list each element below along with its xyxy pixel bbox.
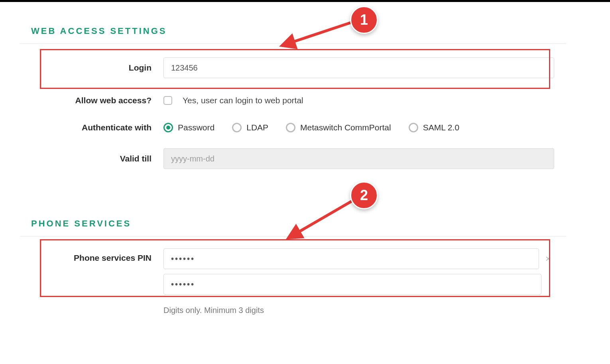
label-allow-web: Allow web access? — [20, 96, 163, 105]
settings-panel: WEB ACCESS SETTINGS Login Allow web acce… — [20, 2, 566, 315]
page-canvas: WEB ACCESS SETTINGS Login Allow web acce… — [0, 2, 610, 364]
label-valid-till: Valid till — [20, 154, 163, 163]
radio-label: SAML 2.0 — [423, 123, 459, 132]
radio-label: Metaswitch CommPortal — [300, 123, 391, 132]
section-title-web-access: WEB ACCESS SETTINGS — [20, 26, 566, 36]
row-allow-web-access: Allow web access? Yes, user can login to… — [20, 84, 566, 111]
radio-icon — [232, 123, 242, 132]
label-phone-pin: Phone services PIN — [20, 248, 163, 263]
auth-option-password[interactable]: Password — [163, 123, 214, 132]
radio-label: LDAP — [246, 123, 268, 132]
auth-option-ldap[interactable]: LDAP — [232, 123, 268, 132]
auth-option-metaswitch[interactable]: Metaswitch CommPortal — [286, 123, 391, 132]
radio-icon — [409, 123, 418, 132]
clear-pin-icon[interactable]: × — [542, 254, 554, 264]
radio-icon — [286, 123, 295, 132]
label-login: Login — [20, 63, 163, 73]
valid-till-input[interactable] — [163, 148, 554, 169]
allow-web-checkbox[interactable] — [163, 96, 172, 105]
row-valid-till: Valid till — [20, 138, 566, 175]
phone-pin-confirm-input[interactable] — [163, 274, 541, 295]
phone-pin-hint: Digits only. Minimum 3 digits — [163, 300, 566, 315]
row-phone-pin: Phone services PIN × — [20, 236, 566, 300]
row-authenticate-with: Authenticate with Password LDAP Metaswit… — [20, 111, 566, 138]
row-login: Login — [20, 44, 566, 84]
phone-pin-input[interactable] — [163, 248, 539, 269]
allow-web-checkbox-label: Yes, user can login to web portal — [183, 96, 303, 105]
pin-input-stack: × — [163, 248, 554, 295]
radio-label: Password — [178, 123, 214, 132]
auth-radio-group: Password LDAP Metaswitch CommPortal SAML… — [163, 123, 459, 132]
login-input[interactable] — [163, 57, 554, 78]
section-title-phone-services: PHONE SERVICES — [20, 218, 566, 229]
auth-option-saml[interactable]: SAML 2.0 — [409, 123, 459, 132]
label-authenticate: Authenticate with — [20, 123, 163, 132]
radio-icon — [163, 123, 173, 132]
